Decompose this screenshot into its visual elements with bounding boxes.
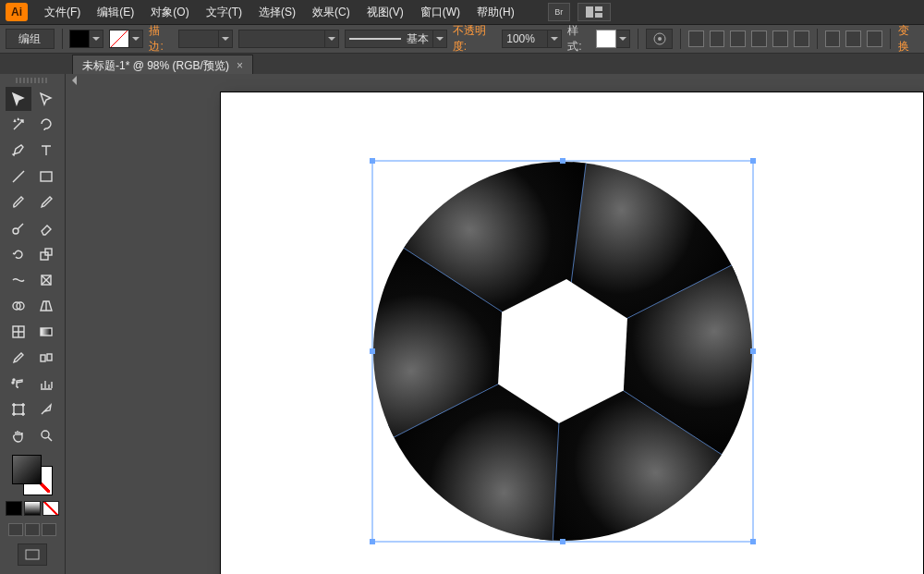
eyedropper-tool[interactable] bbox=[6, 346, 31, 370]
align-top-icon[interactable] bbox=[751, 31, 767, 47]
menu-select[interactable]: 选择(S) bbox=[251, 2, 303, 23]
svg-rect-15 bbox=[47, 354, 52, 360]
eraser-tool[interactable] bbox=[33, 216, 59, 240]
gradient-tool[interactable] bbox=[33, 320, 59, 344]
dist-vcenter-icon[interactable] bbox=[845, 31, 861, 47]
shape-builder-tool[interactable] bbox=[6, 294, 31, 318]
aperture-artwork[interactable] bbox=[369, 157, 757, 545]
stroke-label: 描边: bbox=[149, 23, 172, 55]
perspective-tool[interactable] bbox=[33, 294, 59, 318]
opacity-label: 不透明度: bbox=[453, 23, 496, 55]
svg-rect-28 bbox=[750, 348, 756, 354]
svg-rect-29 bbox=[370, 539, 375, 544]
pen-tool[interactable] bbox=[6, 139, 31, 163]
draw-normal-icon[interactable] bbox=[8, 523, 23, 536]
svg-rect-2 bbox=[595, 13, 602, 18]
mesh-tool[interactable] bbox=[6, 320, 31, 344]
align-bottom-icon[interactable] bbox=[794, 31, 809, 47]
style-label: 样式: bbox=[567, 23, 590, 55]
svg-rect-24 bbox=[370, 158, 375, 164]
menu-bar: Ai 文件(F) 编辑(E) 对象(O) 文字(T) 选择(S) 效果(C) 视… bbox=[0, 0, 924, 25]
brush-def[interactable]: 基本 bbox=[345, 30, 447, 48]
color-mode-none-icon[interactable] bbox=[43, 501, 59, 516]
svg-rect-1 bbox=[595, 6, 602, 11]
graph-tool[interactable] bbox=[33, 372, 59, 396]
draw-behind-icon[interactable] bbox=[25, 523, 40, 536]
bridge-button[interactable]: Br bbox=[548, 3, 570, 21]
panel-collapse-icon[interactable] bbox=[67, 76, 77, 85]
opacity-field[interactable]: 100% bbox=[502, 30, 562, 48]
brush-style-label: 基本 bbox=[407, 31, 429, 47]
menu-help[interactable]: 帮助(H) bbox=[469, 2, 522, 23]
var-width-profile[interactable] bbox=[238, 30, 339, 48]
svg-rect-0 bbox=[586, 6, 593, 18]
direct-selection-tool[interactable] bbox=[33, 87, 59, 111]
svg-rect-14 bbox=[41, 355, 45, 361]
align-left-icon[interactable] bbox=[688, 31, 704, 47]
options-bar: 编组 描边: 基本 不透明度: 100% 样式: 变换 bbox=[0, 25, 924, 54]
svg-rect-20 bbox=[26, 550, 39, 559]
svg-rect-27 bbox=[370, 348, 375, 354]
paintbrush-tool[interactable] bbox=[6, 190, 31, 214]
color-mode-gradient-icon[interactable] bbox=[24, 501, 41, 516]
svg-rect-31 bbox=[750, 539, 756, 544]
fill-color-icon[interactable] bbox=[12, 455, 42, 484]
svg-rect-13 bbox=[41, 328, 52, 336]
menu-file[interactable]: 文件(F) bbox=[37, 2, 88, 23]
align-right-icon[interactable] bbox=[730, 31, 746, 47]
toolbox bbox=[0, 74, 66, 574]
fill-stroke-control[interactable] bbox=[12, 455, 53, 495]
symbol-sprayer-tool[interactable] bbox=[6, 372, 31, 396]
draw-inside-icon[interactable] bbox=[42, 523, 56, 536]
canvas-area[interactable] bbox=[66, 74, 924, 574]
free-transform-tool[interactable] bbox=[33, 268, 59, 292]
dist-bottom-icon[interactable] bbox=[867, 31, 882, 47]
artboard[interactable] bbox=[221, 92, 923, 574]
arrange-docs-button[interactable] bbox=[578, 3, 611, 21]
fill-swatch[interactable] bbox=[69, 30, 103, 48]
transform-label[interactable]: 变换 bbox=[898, 23, 918, 55]
svg-point-4 bbox=[658, 37, 662, 41]
rotate-tool[interactable] bbox=[6, 242, 31, 266]
svg-rect-18 bbox=[14, 405, 23, 414]
rectangle-tool[interactable] bbox=[33, 165, 59, 189]
svg-point-16 bbox=[13, 379, 15, 381]
type-tool[interactable] bbox=[33, 139, 59, 163]
edit-group-button[interactable]: 编组 bbox=[6, 29, 55, 49]
stroke-weight-field[interactable] bbox=[178, 30, 233, 48]
menu-edit[interactable]: 编辑(E) bbox=[90, 2, 141, 23]
color-mode-solid-icon[interactable] bbox=[6, 501, 22, 516]
doc-tab[interactable]: 未标题-1* @ 98% (RGB/预览) × bbox=[72, 55, 253, 76]
align-hcenter-icon[interactable] bbox=[710, 31, 725, 47]
menu-object[interactable]: 对象(O) bbox=[143, 2, 196, 23]
width-tool[interactable] bbox=[6, 268, 31, 292]
svg-point-19 bbox=[42, 431, 49, 438]
app-logo-icon: Ai bbox=[6, 3, 28, 21]
zoom-tool[interactable] bbox=[33, 423, 59, 447]
artboard-tool[interactable] bbox=[6, 397, 31, 421]
stroke-swatch[interactable] bbox=[109, 30, 143, 48]
hand-tool[interactable] bbox=[6, 423, 31, 447]
blend-tool[interactable] bbox=[33, 346, 59, 370]
menu-window[interactable]: 窗口(W) bbox=[413, 2, 468, 23]
align-vcenter-icon[interactable] bbox=[772, 31, 788, 47]
menu-type[interactable]: 文字(T) bbox=[199, 2, 249, 23]
recolor-button[interactable] bbox=[646, 29, 672, 49]
blob-brush-tool[interactable] bbox=[6, 216, 31, 240]
dist-top-icon[interactable] bbox=[825, 31, 841, 47]
pencil-tool[interactable] bbox=[33, 190, 59, 214]
svg-rect-5 bbox=[41, 172, 52, 181]
selection-tool[interactable] bbox=[6, 87, 31, 111]
graphic-style[interactable] bbox=[596, 30, 630, 48]
magic-wand-tool[interactable] bbox=[6, 113, 31, 137]
menu-effect[interactable]: 效果(C) bbox=[305, 2, 358, 23]
scale-tool[interactable] bbox=[33, 242, 59, 266]
line-tool[interactable] bbox=[6, 165, 31, 189]
lasso-tool[interactable] bbox=[33, 113, 59, 137]
close-tab-icon[interactable]: × bbox=[237, 59, 243, 72]
toolbox-grip-icon[interactable] bbox=[16, 78, 49, 83]
screen-mode-button[interactable] bbox=[18, 543, 47, 566]
slice-tool[interactable] bbox=[33, 397, 59, 421]
svg-rect-30 bbox=[560, 539, 565, 544]
menu-view[interactable]: 视图(V) bbox=[359, 2, 411, 23]
